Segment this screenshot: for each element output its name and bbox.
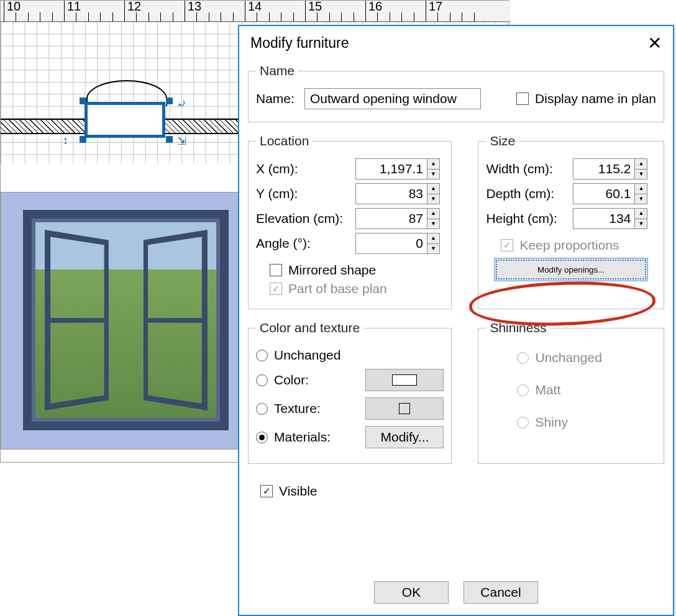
visible-label: Visible	[279, 484, 317, 499]
ruler-mark: 17	[429, 0, 442, 14]
ruler-mark: 15	[308, 0, 322, 14]
location-group: Location X (cm): ▲▼ Y (cm): ▲▼ Elevation…	[248, 134, 452, 309]
materials-label: Materials:	[274, 430, 331, 445]
depth-spinner[interactable]: ▲▼	[573, 183, 647, 204]
shininess-shiny-label: Shiny	[535, 415, 568, 430]
ruler-mark: 12	[127, 0, 141, 14]
height-spinner[interactable]: ▲▼	[573, 208, 647, 229]
dialog-title: Modify furniture	[250, 35, 349, 52]
depth-input[interactable]	[573, 183, 635, 204]
shininess-legend: Shininess	[486, 320, 550, 335]
cancel-button[interactable]: Cancel	[464, 581, 538, 604]
height-label: Height (cm):	[486, 211, 567, 226]
3d-preview	[1, 192, 251, 450]
shininess-matt-label: Matt	[535, 383, 560, 397]
width-input[interactable]	[573, 158, 635, 179]
color-radio[interactable]: Color:	[256, 373, 309, 387]
shininess-matt-radio: Matt	[517, 383, 560, 397]
close-icon[interactable]: ✕	[647, 33, 662, 53]
display-name-label: Display name in plan	[535, 91, 656, 106]
materials-modify-button[interactable]: Modify...	[365, 426, 444, 448]
location-legend: Location	[256, 134, 313, 148]
y-label: Y (cm):	[256, 186, 349, 201]
mirrored-label: Mirrored shape	[288, 263, 376, 278]
keep-proportions-label: Keep proportions	[519, 238, 619, 253]
width-label: Width (cm):	[486, 161, 567, 176]
ok-button[interactable]: OK	[374, 581, 449, 604]
elevation-label: Elevation (cm):	[256, 211, 349, 226]
texture-radio[interactable]: Texture:	[256, 401, 321, 416]
size-group: Size Width (cm): ▲▼ Depth (cm): ▲▼ Heigh…	[478, 134, 664, 309]
shininess-unchanged-label: Unchanged	[535, 350, 601, 365]
ruler-mark: 16	[368, 0, 382, 14]
name-input[interactable]	[304, 88, 481, 109]
color-swatch-button[interactable]	[365, 369, 444, 391]
height-input[interactable]	[573, 208, 635, 229]
mirrored-checkbox[interactable]: Mirrored shape	[270, 263, 376, 278]
angle-label: Angle (°):	[256, 236, 349, 251]
visible-checkbox[interactable]: ✓ Visible	[260, 484, 317, 499]
base-plan-checkbox: ✓ Part of base plan	[270, 281, 387, 296]
color-texture-group: Color and texture Unchanged Color: Tex	[248, 320, 452, 464]
texture-label: Texture:	[274, 401, 321, 416]
color-unchanged-radio[interactable]: Unchanged	[256, 348, 340, 363]
size-legend: Size	[486, 134, 519, 148]
shininess-group: Shininess Unchanged Matt	[478, 320, 664, 464]
display-name-checkbox[interactable]: Display name in plan	[516, 91, 656, 106]
ruler: 1011121314151617	[1, 1, 510, 22]
x-spinner[interactable]: ▲▼	[355, 158, 440, 179]
color-texture-legend: Color and texture	[256, 320, 363, 335]
texture-swatch-button[interactable]	[365, 397, 444, 420]
dialog-titlebar[interactable]: Modify furniture ✕	[239, 26, 673, 60]
ruler-mark: 11	[67, 0, 81, 14]
ruler-mark: 13	[188, 0, 201, 14]
materials-radio[interactable]: Materials:	[256, 430, 331, 445]
x-input[interactable]	[355, 158, 427, 179]
shininess-unchanged-radio: Unchanged	[517, 350, 601, 365]
shininess-shiny-radio: Shiny	[517, 415, 568, 430]
y-spinner[interactable]: ▲▼	[355, 183, 440, 204]
x-label: X (cm):	[256, 161, 349, 176]
ruler-mark: 14	[248, 0, 262, 14]
color-unchanged-label: Unchanged	[274, 348, 340, 363]
modify-openings-button[interactable]: Modify openings...	[494, 258, 648, 281]
elevation-spinner[interactable]: ▲▼	[355, 208, 440, 229]
elevation-input[interactable]	[355, 208, 427, 229]
y-input[interactable]	[355, 183, 427, 204]
name-group: Name Name: Display name in plan	[248, 63, 664, 122]
angle-spinner[interactable]: ▲▼	[355, 233, 440, 254]
color-label: Color:	[274, 373, 309, 387]
width-spinner[interactable]: ▲▼	[573, 158, 647, 179]
angle-input[interactable]	[355, 233, 427, 254]
keep-proportions-checkbox: ✓ Keep proportions	[501, 238, 619, 253]
name-label: Name:	[256, 91, 298, 106]
base-plan-label: Part of base plan	[288, 281, 387, 296]
modify-furniture-dialog: Modify furniture ✕ Name Name: Display na…	[238, 25, 674, 616]
name-legend: Name	[256, 63, 298, 78]
ruler-mark: 10	[7, 0, 21, 14]
depth-label: Depth (cm):	[486, 186, 567, 201]
